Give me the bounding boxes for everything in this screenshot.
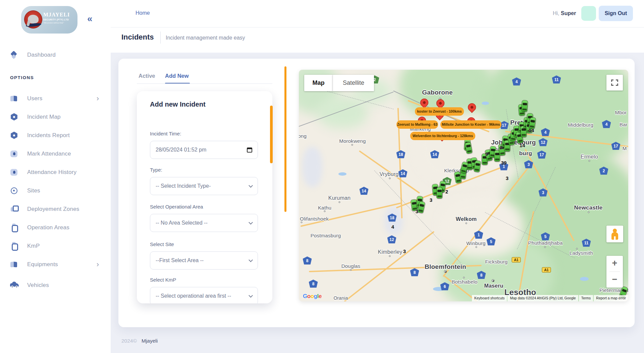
map-city-dot — [389, 255, 391, 257]
sidebar-item-label: Dashboard — [27, 52, 56, 58]
select-type[interactable]: -- Select Incident Type- — [150, 177, 258, 195]
sidebar-item-dashboard[interactable]: Dashboard — [0, 46, 111, 64]
incident-map[interactable]: GaboronebongMorokwengMafikengVryburgKler… — [299, 70, 628, 301]
sidebar: MJAYELI SECURITY (PTY) LTD "We protect w… — [0, 0, 111, 353]
fullscreen-icon — [611, 79, 613, 82]
map-city-label: Welkom — [456, 216, 477, 222]
select-select-site[interactable]: --First Select Area -- — [150, 251, 258, 270]
footer: 2024©Mjayeli — [121, 338, 158, 344]
report-map-error-link[interactable]: Report a map error — [594, 295, 628, 301]
vehicle-marker[interactable] — [494, 151, 500, 161]
marker-count-label: 14 — [520, 142, 525, 148]
google-logo-letter: o — [307, 293, 311, 299]
calendar-icon — [247, 148, 252, 153]
map-city-label: bong — [299, 133, 307, 139]
route-distance-label[interactable]: Zeerust to Mafikeng - 63 — [396, 120, 438, 129]
field-value: 28/05/2024 01:52 pm — [156, 147, 247, 153]
map-city-label: M — [623, 145, 627, 151]
sidebar-item-operation-areas[interactable]: Operation Areas — [0, 218, 111, 237]
chevron-right-icon: › — [97, 261, 99, 268]
google-logo[interactable]: Google — [303, 293, 322, 300]
map-water — [338, 172, 346, 176]
map-city-label: Kuruman — [328, 195, 351, 201]
sidebar-item-incident-map[interactable]: Incident Map — [0, 108, 111, 126]
keyboard-shortcuts-link[interactable]: Keyboard shortcuts — [472, 295, 507, 301]
sidebar-item-mark-attendance[interactable]: Mark Attendance — [0, 144, 111, 163]
brand-title: MJAYELI — [43, 12, 70, 18]
elephant-logo-icon — [24, 10, 42, 28]
chevron-down-icon — [249, 183, 253, 188]
sidebar-item-attendance-history[interactable]: Attendance History — [0, 163, 111, 181]
sidebar-item-vehicles[interactable]: Vehicles — [0, 276, 111, 294]
road-badge-12: 12 — [387, 235, 396, 243]
fullscreen-button[interactable] — [606, 75, 623, 91]
tab-active-incidents[interactable]: Active — [139, 73, 155, 79]
form-scrollbar-thumb[interactable] — [270, 106, 273, 163]
sidebar-item-label: Operation Areas — [27, 224, 69, 231]
map-city-label: Ermelo — [581, 154, 598, 160]
vehicle-marker[interactable] — [522, 100, 528, 111]
vehicle-marker[interactable] — [437, 187, 442, 198]
field-value: -- Select operational area first -- — [156, 293, 249, 299]
map-city-dot — [324, 211, 326, 212]
marker-count-label: 3 — [500, 144, 502, 150]
map-type-button[interactable]: Map — [304, 75, 333, 91]
app-root: MJAYELI SECURITY (PTY) LTD "We protect w… — [0, 0, 644, 353]
sign-out-button[interactable]: Sign Out — [599, 6, 633, 21]
sidebar-item-equipments[interactable]: Equipments› — [0, 255, 111, 274]
layers-icon — [10, 205, 18, 213]
zoom-in-button[interactable]: + — [606, 256, 623, 272]
route-distance-label[interactable]: Millsite Junction to Koster - 96kms — [440, 120, 501, 129]
sidebar-item-label: KmP — [27, 243, 40, 249]
terms-link[interactable]: Terms — [579, 295, 593, 301]
select-select-operational-area[interactable]: -- No Area Selected -- — [150, 214, 258, 232]
map-city-label: Bar — [620, 122, 628, 127]
footer-year: 2024© — [121, 338, 137, 344]
card-icon — [10, 168, 18, 176]
select-select-kmp[interactable]: -- Select operational area first -- — [150, 287, 258, 303]
marker-count-label: 3 — [403, 248, 406, 254]
field-value: -- Select Incident Type- — [156, 183, 249, 189]
route-distance-label[interactable]: koster to Zeerust - 100kms — [415, 107, 464, 116]
sidebar-item-label: Users — [27, 95, 42, 102]
card-icon — [10, 150, 18, 158]
google-logo-letter: G — [303, 293, 307, 299]
form-field-label: Incident Time: — [150, 131, 181, 136]
map-data-attribution: Map data ©2024 AfriGIS (Pty) Ltd, Google — [507, 295, 578, 301]
map-city-dot — [444, 270, 447, 273]
sidebar-item-label: Incident Map — [27, 114, 61, 120]
page-title: Incidents — [121, 33, 154, 42]
sidebar-item-incidents-report[interactable]: Incidents Report — [0, 126, 111, 144]
route-distance-label[interactable]: Welverdien to litchtenburg - 128kms — [410, 132, 475, 140]
form-field-label: Type: — [150, 167, 162, 173]
satellite-type-button[interactable]: Satellite — [333, 75, 374, 91]
sidebar-item-label: Attendance History — [27, 169, 76, 176]
pegman-streetview-control[interactable] — [606, 226, 623, 242]
sidebar-section-label: OPTIONS — [10, 75, 34, 80]
marker-count-label: 2 — [445, 189, 448, 194]
sidebar-item-label: Sites — [27, 187, 40, 194]
map-city-label: Ladysmith — [570, 250, 593, 256]
road-badge-8: 8 — [309, 280, 318, 288]
tab-add-new[interactable]: Add New — [165, 73, 189, 79]
zoom-out-button[interactable]: − — [606, 272, 623, 288]
sidebar-collapse-icon[interactable]: « — [87, 13, 93, 24]
title-divider — [160, 32, 161, 44]
form-scrollbar-track[interactable] — [284, 66, 286, 212]
avatar[interactable] — [581, 6, 596, 21]
brand-subtitle: SECURITY (PTY) LTD — [43, 18, 70, 21]
incident-time-input[interactable]: 28/05/2024 01:52 pm — [150, 141, 258, 159]
sidebar-item-deployement-zones[interactable]: Deployement Zones — [0, 200, 111, 218]
sidebar-item-kmp[interactable]: KmP — [0, 237, 111, 255]
watch-icon — [10, 242, 18, 250]
map-city-dot — [544, 246, 546, 248]
brand-logo[interactable]: MJAYELI SECURITY (PTY) LTD "We protect w… — [21, 6, 77, 34]
breadcrumb-home[interactable]: Home — [136, 10, 150, 16]
map-city-dot — [339, 201, 340, 203]
sidebar-item-users[interactable]: Users› — [0, 89, 111, 108]
header-divider — [111, 27, 644, 27]
sidebar-item-sites[interactable]: Sites — [0, 181, 111, 200]
dashboard-icon — [10, 51, 18, 59]
google-logo-letter: e — [319, 293, 322, 299]
map-city-label: Olifantshoek — [300, 216, 329, 222]
